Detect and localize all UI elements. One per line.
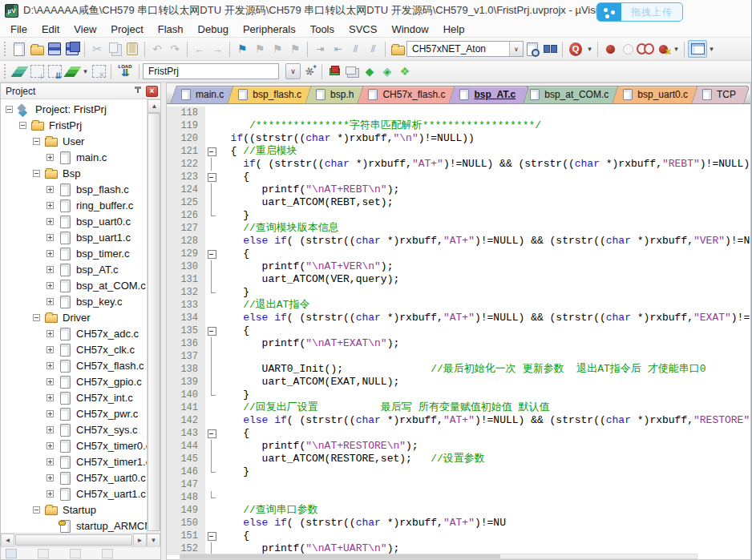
tree-expander-minus-icon[interactable] <box>19 122 26 129</box>
code-line[interactable]: 143 { <box>167 427 750 440</box>
tree-expander-plus-icon[interactable] <box>46 154 54 161</box>
code-line[interactable]: 118 <box>167 107 750 119</box>
code-line[interactable]: 149 //查询串口参数 <box>167 504 750 517</box>
editor-tab-bsp.h[interactable]: bsp.h <box>308 86 365 103</box>
tree-item-bsp_timer.c[interactable]: bsp_timer.c <box>1 245 147 261</box>
tree-item-ring_buffer.c[interactable]: ring_buffer.c <box>1 197 147 213</box>
menu-item-flash[interactable]: Flash <box>151 22 191 37</box>
code-line[interactable]: 133 //退出AT指令 <box>167 299 750 312</box>
tree-item-CH57x_uart1.c[interactable]: CH57x_uart1.c <box>1 485 147 502</box>
code-line[interactable]: 127 //查询模块版本信息 <box>167 222 750 235</box>
code-line[interactable]: 121 { //重启模块 <box>167 145 750 158</box>
manage-books-button[interactable] <box>343 63 361 80</box>
tree-item-startup_ARMCM0.s[interactable]: startup_ARMCM0.s <box>1 518 147 533</box>
editor-tab-CH57x_flash.c[interactable]: CH57x_flash.c <box>360 86 456 103</box>
scroll-down-button[interactable]: ▼ <box>147 534 160 547</box>
window-layout-button[interactable] <box>688 40 707 58</box>
tree-item-bsp_at_COM.c[interactable]: bsp_at_COM.c <box>1 277 147 293</box>
tree-item-bsp_uart0.c[interactable]: bsp_uart0.c <box>1 213 147 229</box>
tree-expander-plus-icon[interactable] <box>46 394 54 401</box>
tree-item-CH57x_timer0.c[interactable]: CH57x_timer0.c <box>1 437 147 453</box>
indent-button[interactable]: ⇥ <box>311 41 329 58</box>
tree-expander-plus-icon[interactable] <box>46 298 54 305</box>
tree-item-Bsp[interactable]: Bsp <box>1 165 147 181</box>
tree-expander-plus-icon[interactable] <box>46 458 54 465</box>
tree-expander-plus-icon[interactable] <box>46 250 54 257</box>
code-line[interactable]: 136 printf("\nAT+EXAT\n"); <box>167 337 750 350</box>
menu-item-help[interactable]: Help <box>436 22 472 37</box>
menu-item-svcs[interactable]: SVCS <box>342 22 384 37</box>
scroll-right-button[interactable]: ► <box>133 534 147 547</box>
tree-item-CH57x_adc.c[interactable]: CH57x_adc.c <box>1 325 147 341</box>
tree-expander-minus-icon[interactable] <box>33 138 40 145</box>
code-line[interactable]: 128 else if( (strstr((char *)rxbuff,"AT+… <box>167 235 750 248</box>
fold-collapse-icon[interactable] <box>205 145 218 158</box>
vscroll-thumb[interactable] <box>148 113 160 531</box>
project-tree-vscrollbar[interactable]: ▲ <box>147 99 160 533</box>
code-line[interactable]: 144 printf("\nAT+RESTORE\n"); <box>167 440 750 453</box>
project-view-tab-icon[interactable] <box>6 549 17 558</box>
code-line[interactable]: 139 uart_ATCOM(EXAT,NULL); <box>167 376 750 389</box>
unindent-button[interactable]: ⇤ <box>329 41 346 58</box>
code-line[interactable]: 131 uart_ATCOM(VER,query); <box>167 273 750 286</box>
tree-expander-minus-icon[interactable] <box>33 314 40 321</box>
tree-item-CH57x_flash.c[interactable]: CH57x_flash.c <box>1 357 147 373</box>
code-line[interactable]: 130 printf("\nAT+VER\n"); <box>167 260 750 273</box>
navigate-back-button[interactable]: ← <box>191 41 208 58</box>
code-line[interactable]: 119 /***************字符串匹配解析*************… <box>167 119 750 132</box>
toolbar-grip[interactable] <box>4 64 8 79</box>
enable-disable-breakpoints-button[interactable] <box>637 41 654 58</box>
find-in-files-button[interactable] <box>524 41 541 58</box>
menu-item-project[interactable]: Project <box>103 22 150 37</box>
navigate-forward-button[interactable]: → <box>208 41 226 58</box>
templates-view-tab-icon[interactable] <box>102 549 113 558</box>
tree-expander-plus-icon[interactable] <box>46 186 54 193</box>
multi-project-workspace-button[interactable]: ◈ <box>378 63 396 80</box>
clear-bookmarks-button[interactable]: ⚑ <box>286 41 304 58</box>
menu-item-peripherals[interactable]: Peripherals <box>236 22 303 37</box>
options-for-target-button[interactable] <box>301 63 318 80</box>
code-view[interactable]: 118119 /***************字符串匹配解析**********… <box>167 104 750 559</box>
close-panel-button[interactable]: × <box>146 86 158 97</box>
tree-expander-plus-icon[interactable] <box>46 362 54 369</box>
tree-expander-plus-icon[interactable] <box>46 282 54 289</box>
find-button[interactable]: Q <box>566 41 585 58</box>
save-button[interactable] <box>46 41 63 58</box>
code-line[interactable]: 135 { <box>167 324 750 337</box>
tree-item-CH57x_clk.c[interactable]: CH57x_clk.c <box>1 341 147 357</box>
new-file-button[interactable] <box>10 41 28 58</box>
insert-breakpoint-button[interactable] <box>601 41 619 58</box>
code-line[interactable]: 146 } <box>167 465 750 478</box>
editor-hscrollbar[interactable] <box>180 554 697 559</box>
tree-expander-plus-icon[interactable] <box>46 474 54 481</box>
editor-hscroll-thumb[interactable] <box>180 554 500 558</box>
code-line[interactable]: 138 UART0_Init(); //最后初始化一次 更新参数 退出AT指令后… <box>167 363 750 376</box>
fold-collapse-icon[interactable] <box>205 324 218 337</box>
tree-item-bsp_uart1.c[interactable]: bsp_uart1.c <box>1 229 147 245</box>
tree-expander-plus-icon[interactable] <box>46 266 54 273</box>
editor-tab-main.c[interactable]: main.c <box>173 86 235 103</box>
pin-icon[interactable] <box>132 86 144 97</box>
code-line[interactable]: 134 else if( (strstr((char *)rxbuff,"AT+… <box>167 312 750 324</box>
scroll-left-button[interactable]: ◄ <box>1 534 14 547</box>
toggle-bookmark-button[interactable]: ⚑ <box>233 41 251 58</box>
tree-expander-minus-icon[interactable] <box>6 106 13 113</box>
tree-expander-plus-icon[interactable] <box>46 490 54 498</box>
tree-item-CH57x_timer1.c[interactable]: CH57x_timer1.c <box>1 453 147 469</box>
tree-item-FristPrj[interactable]: FristPrj <box>1 117 147 133</box>
code-line[interactable]: 124 printf("\nAT+REBT\n"); <box>167 183 750 196</box>
project-tree-hscrollbar[interactable]: ◄ ► ▼ <box>1 533 160 546</box>
save-all-button[interactable] <box>63 41 81 58</box>
tree-expander-plus-icon[interactable] <box>46 378 54 385</box>
tree-item-Startup[interactable]: Startup <box>1 502 147 518</box>
tree-item-bsp_flash.c[interactable]: bsp_flash.c <box>1 181 147 197</box>
prev-bookmark-button[interactable]: ⚑ <box>269 41 286 58</box>
incremental-find-button[interactable] <box>541 41 559 58</box>
tree-item-Project-FristPrj[interactable]: Project: FristPrj <box>1 101 147 117</box>
tree-item-User[interactable]: User <box>1 133 147 149</box>
session-folder-icon[interactable] <box>389 41 406 58</box>
editor-tab-bsp_at_COM.c[interactable]: bsp_at_COM.c <box>522 86 620 103</box>
code-line[interactable]: 126 } <box>167 209 750 222</box>
code-line[interactable]: 147 <box>167 478 750 491</box>
tree-item-CH57x_int.c[interactable]: CH57x_int.c <box>1 389 147 405</box>
